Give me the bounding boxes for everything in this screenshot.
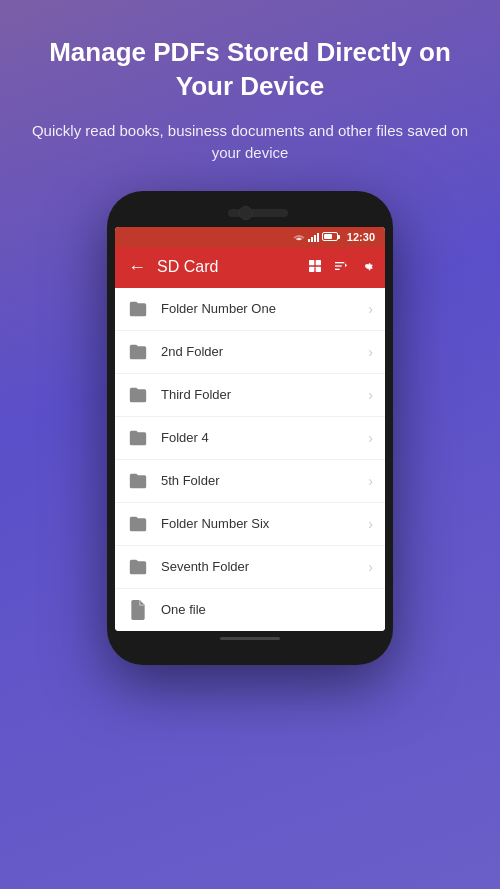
chevron-icon: ›	[368, 430, 373, 446]
phone-device: 12:30 ← SD Card	[107, 191, 393, 665]
list-item[interactable]: 2nd Folder ›	[115, 331, 385, 374]
settings-icon[interactable]	[359, 258, 375, 277]
front-camera	[239, 206, 253, 220]
folder-icon	[127, 513, 149, 535]
folder-icon	[127, 470, 149, 492]
folder-icon	[127, 556, 149, 578]
status-bar: 12:30	[115, 227, 385, 247]
file-name: One file	[161, 602, 373, 617]
file-name: Third Folder	[161, 387, 368, 402]
phone-top-bar	[115, 203, 385, 227]
file-name: Seventh Folder	[161, 559, 368, 574]
file-list: Folder Number One › 2nd Folder › Third F…	[115, 288, 385, 631]
chevron-icon: ›	[368, 516, 373, 532]
sort-icon[interactable]	[333, 258, 349, 277]
file-name: Folder Number Six	[161, 516, 368, 531]
signal-icon	[308, 232, 319, 242]
phone-bottom	[115, 631, 385, 647]
wifi-icon	[293, 232, 305, 242]
back-button[interactable]: ←	[125, 257, 149, 278]
battery-icon	[322, 232, 340, 241]
chevron-icon: ›	[368, 559, 373, 575]
phone-wrapper: 12:30 ← SD Card	[100, 191, 400, 889]
home-indicator	[220, 637, 280, 640]
list-item[interactable]: Folder Number One ›	[115, 288, 385, 331]
speaker-grille	[228, 209, 288, 217]
screen: 12:30 ← SD Card	[115, 227, 385, 631]
svg-rect-1	[316, 260, 321, 265]
list-item[interactable]: Third Folder ›	[115, 374, 385, 417]
chevron-icon: ›	[368, 344, 373, 360]
list-item[interactable]: 5th Folder ›	[115, 460, 385, 503]
view-icon[interactable]	[307, 258, 323, 277]
app-actions	[307, 258, 375, 277]
list-item[interactable]: Seventh Folder ›	[115, 546, 385, 589]
svg-rect-5	[335, 265, 342, 266]
svg-rect-0	[309, 260, 314, 265]
chevron-icon: ›	[368, 387, 373, 403]
chevron-icon: ›	[368, 473, 373, 489]
svg-rect-4	[335, 262, 344, 263]
list-item[interactable]: Folder 4 ›	[115, 417, 385, 460]
folder-icon	[127, 384, 149, 406]
folder-icon	[127, 298, 149, 320]
list-item[interactable]: Folder Number Six ›	[115, 503, 385, 546]
file-name: Folder Number One	[161, 301, 368, 316]
app-bar-title: SD Card	[157, 258, 299, 276]
main-heading: Manage PDFs Stored Directly on Your Devi…	[30, 36, 470, 104]
svg-rect-3	[316, 266, 321, 271]
file-name: 5th Folder	[161, 473, 368, 488]
folder-icon	[127, 427, 149, 449]
top-section: Manage PDFs Stored Directly on Your Devi…	[0, 0, 500, 181]
app-bar: ← SD Card	[115, 247, 385, 288]
list-item[interactable]: One file	[115, 589, 385, 631]
svg-rect-2	[309, 266, 314, 271]
svg-rect-6	[335, 268, 340, 269]
sub-heading: Quickly read books, business documents a…	[30, 120, 470, 165]
chevron-icon: ›	[368, 301, 373, 317]
file-icon	[127, 599, 149, 621]
file-name: 2nd Folder	[161, 344, 368, 359]
status-icons: 12:30	[293, 231, 375, 243]
folder-icon	[127, 341, 149, 363]
status-time: 12:30	[347, 231, 375, 243]
file-name: Folder 4	[161, 430, 368, 445]
